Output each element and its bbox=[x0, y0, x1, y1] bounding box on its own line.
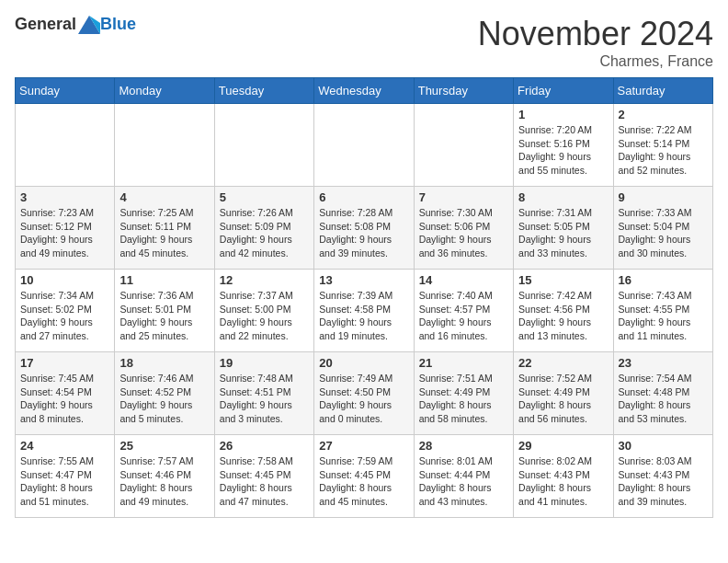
day-info: Sunrise: 7:57 AM Sunset: 4:46 PM Dayligh… bbox=[119, 454, 209, 509]
day-info: Sunrise: 7:49 AM Sunset: 4:50 PM Dayligh… bbox=[319, 372, 408, 426]
calendar-week-1: 1Sunrise: 7:20 AM Sunset: 5:16 PM Daylig… bbox=[16, 104, 713, 187]
calendar-week-5: 24Sunrise: 7:55 AM Sunset: 4:47 PM Dayli… bbox=[16, 435, 713, 518]
calendar-day: 28Sunrise: 8:01 AM Sunset: 4:44 PM Dayli… bbox=[414, 435, 513, 518]
calendar-day: 27Sunrise: 7:59 AM Sunset: 4:45 PM Dayli… bbox=[314, 435, 414, 518]
day-number: 10 bbox=[20, 273, 109, 287]
calendar-day: 6Sunrise: 7:28 AM Sunset: 5:08 PM Daylig… bbox=[314, 187, 414, 270]
day-info: Sunrise: 7:52 AM Sunset: 4:49 PM Dayligh… bbox=[518, 372, 608, 426]
calendar-table: SundayMondayTuesdayWednesdayThursdayFrid… bbox=[15, 77, 713, 518]
day-number: 27 bbox=[319, 439, 408, 453]
calendar-day bbox=[16, 104, 115, 187]
logo-general-text: General bbox=[15, 15, 76, 34]
calendar-day: 24Sunrise: 7:55 AM Sunset: 4:47 PM Dayli… bbox=[16, 435, 115, 518]
day-number: 28 bbox=[419, 439, 508, 453]
calendar-day bbox=[214, 104, 313, 187]
calendar-day: 25Sunrise: 7:57 AM Sunset: 4:46 PM Dayli… bbox=[115, 435, 214, 518]
weekday-header-monday: Monday bbox=[115, 78, 214, 104]
day-info: Sunrise: 7:34 AM Sunset: 5:02 PM Dayligh… bbox=[20, 289, 109, 343]
calendar-day: 10Sunrise: 7:34 AM Sunset: 5:02 PM Dayli… bbox=[16, 270, 115, 352]
day-number: 11 bbox=[119, 273, 209, 287]
day-number: 15 bbox=[518, 273, 608, 287]
day-number: 4 bbox=[119, 190, 209, 204]
day-info: Sunrise: 7:43 AM Sunset: 4:55 PM Dayligh… bbox=[619, 289, 708, 343]
calendar-day bbox=[414, 104, 513, 187]
calendar-day: 26Sunrise: 7:58 AM Sunset: 4:45 PM Dayli… bbox=[214, 435, 313, 518]
calendar-day: 14Sunrise: 7:40 AM Sunset: 4:57 PM Dayli… bbox=[414, 270, 513, 352]
day-number: 7 bbox=[419, 190, 508, 204]
day-number: 16 bbox=[619, 273, 708, 287]
calendar-day: 29Sunrise: 8:02 AM Sunset: 4:43 PM Dayli… bbox=[514, 435, 613, 518]
calendar-day: 21Sunrise: 7:51 AM Sunset: 4:49 PM Dayli… bbox=[414, 352, 513, 435]
calendar-day bbox=[115, 104, 214, 187]
day-info: Sunrise: 7:51 AM Sunset: 4:49 PM Dayligh… bbox=[419, 372, 508, 426]
day-info: Sunrise: 7:55 AM Sunset: 4:47 PM Dayligh… bbox=[20, 454, 109, 509]
calendar-day bbox=[314, 104, 414, 187]
day-info: Sunrise: 7:37 AM Sunset: 5:00 PM Dayligh… bbox=[220, 289, 309, 343]
logo: General Blue bbox=[15, 15, 136, 34]
day-info: Sunrise: 7:54 AM Sunset: 4:48 PM Dayligh… bbox=[619, 372, 708, 426]
month-title: November 2024 bbox=[478, 15, 713, 53]
day-number: 20 bbox=[319, 356, 408, 370]
calendar-day: 3Sunrise: 7:23 AM Sunset: 5:12 PM Daylig… bbox=[16, 187, 115, 270]
day-info: Sunrise: 7:42 AM Sunset: 4:56 PM Dayligh… bbox=[518, 289, 608, 343]
day-number: 24 bbox=[20, 439, 109, 453]
day-info: Sunrise: 7:22 AM Sunset: 5:14 PM Dayligh… bbox=[619, 123, 708, 178]
calendar-day: 22Sunrise: 7:52 AM Sunset: 4:49 PM Dayli… bbox=[514, 352, 613, 435]
day-info: Sunrise: 7:31 AM Sunset: 5:05 PM Dayligh… bbox=[518, 206, 608, 260]
day-number: 17 bbox=[20, 356, 109, 370]
day-info: Sunrise: 7:36 AM Sunset: 5:01 PM Dayligh… bbox=[119, 289, 209, 343]
day-info: Sunrise: 8:03 AM Sunset: 4:43 PM Dayligh… bbox=[619, 454, 708, 509]
day-info: Sunrise: 7:48 AM Sunset: 4:51 PM Dayligh… bbox=[220, 372, 309, 426]
calendar-day: 19Sunrise: 7:48 AM Sunset: 4:51 PM Dayli… bbox=[214, 352, 313, 435]
calendar-header: SundayMondayTuesdayWednesdayThursdayFrid… bbox=[16, 78, 713, 104]
weekday-header-thursday: Thursday bbox=[414, 78, 513, 104]
calendar-week-4: 17Sunrise: 7:45 AM Sunset: 4:54 PM Dayli… bbox=[16, 352, 713, 435]
day-info: Sunrise: 8:02 AM Sunset: 4:43 PM Dayligh… bbox=[518, 454, 608, 509]
day-info: Sunrise: 7:23 AM Sunset: 5:12 PM Dayligh… bbox=[20, 206, 109, 260]
weekday-header-sunday: Sunday bbox=[16, 78, 115, 104]
calendar-day: 20Sunrise: 7:49 AM Sunset: 4:50 PM Dayli… bbox=[314, 352, 414, 435]
day-number: 21 bbox=[419, 356, 508, 370]
day-info: Sunrise: 7:26 AM Sunset: 5:09 PM Dayligh… bbox=[220, 206, 309, 260]
weekday-header-tuesday: Tuesday bbox=[214, 78, 313, 104]
calendar-day: 30Sunrise: 8:03 AM Sunset: 4:43 PM Dayli… bbox=[613, 435, 712, 518]
day-number: 12 bbox=[220, 273, 309, 287]
calendar-day: 1Sunrise: 7:20 AM Sunset: 5:16 PM Daylig… bbox=[514, 104, 613, 187]
page-header: General Blue November 2024 Charmes, Fran… bbox=[15, 15, 713, 70]
weekday-header-wednesday: Wednesday bbox=[314, 78, 414, 104]
calendar-week-3: 10Sunrise: 7:34 AM Sunset: 5:02 PM Dayli… bbox=[16, 270, 713, 352]
calendar-day: 16Sunrise: 7:43 AM Sunset: 4:55 PM Dayli… bbox=[613, 270, 712, 352]
logo-blue-text: Blue bbox=[100, 15, 136, 34]
day-number: 30 bbox=[619, 439, 708, 453]
day-info: Sunrise: 7:58 AM Sunset: 4:45 PM Dayligh… bbox=[220, 454, 309, 509]
day-number: 13 bbox=[319, 273, 408, 287]
calendar-day: 7Sunrise: 7:30 AM Sunset: 5:06 PM Daylig… bbox=[414, 187, 513, 270]
day-info: Sunrise: 7:28 AM Sunset: 5:08 PM Dayligh… bbox=[319, 206, 408, 260]
calendar-day: 23Sunrise: 7:54 AM Sunset: 4:48 PM Dayli… bbox=[613, 352, 712, 435]
day-info: Sunrise: 8:01 AM Sunset: 4:44 PM Dayligh… bbox=[419, 454, 508, 509]
day-number: 22 bbox=[518, 356, 608, 370]
calendar-day: 12Sunrise: 7:37 AM Sunset: 5:00 PM Dayli… bbox=[214, 270, 313, 352]
location: Charmes, France bbox=[478, 53, 713, 70]
calendar-day: 18Sunrise: 7:46 AM Sunset: 4:52 PM Dayli… bbox=[115, 352, 214, 435]
day-info: Sunrise: 7:45 AM Sunset: 4:54 PM Dayligh… bbox=[20, 372, 109, 426]
calendar-day: 8Sunrise: 7:31 AM Sunset: 5:05 PM Daylig… bbox=[514, 187, 613, 270]
day-number: 6 bbox=[319, 190, 408, 204]
calendar-week-2: 3Sunrise: 7:23 AM Sunset: 5:12 PM Daylig… bbox=[16, 187, 713, 270]
day-info: Sunrise: 7:39 AM Sunset: 4:58 PM Dayligh… bbox=[319, 289, 408, 343]
day-info: Sunrise: 7:25 AM Sunset: 5:11 PM Dayligh… bbox=[119, 206, 209, 260]
day-number: 2 bbox=[619, 108, 708, 121]
day-number: 26 bbox=[220, 439, 309, 453]
day-number: 18 bbox=[119, 356, 209, 370]
day-info: Sunrise: 7:46 AM Sunset: 4:52 PM Dayligh… bbox=[119, 372, 209, 426]
day-info: Sunrise: 7:20 AM Sunset: 5:16 PM Dayligh… bbox=[518, 123, 608, 178]
weekday-header-friday: Friday bbox=[514, 78, 613, 104]
day-info: Sunrise: 7:33 AM Sunset: 5:04 PM Dayligh… bbox=[619, 206, 708, 260]
calendar-day: 13Sunrise: 7:39 AM Sunset: 4:58 PM Dayli… bbox=[314, 270, 414, 352]
day-number: 3 bbox=[20, 190, 109, 204]
day-number: 5 bbox=[220, 190, 309, 204]
weekday-row: SundayMondayTuesdayWednesdayThursdayFrid… bbox=[16, 78, 713, 104]
calendar-day: 2Sunrise: 7:22 AM Sunset: 5:14 PM Daylig… bbox=[613, 104, 712, 187]
calendar-day: 15Sunrise: 7:42 AM Sunset: 4:56 PM Dayli… bbox=[514, 270, 613, 352]
day-info: Sunrise: 7:40 AM Sunset: 4:57 PM Dayligh… bbox=[419, 289, 508, 343]
